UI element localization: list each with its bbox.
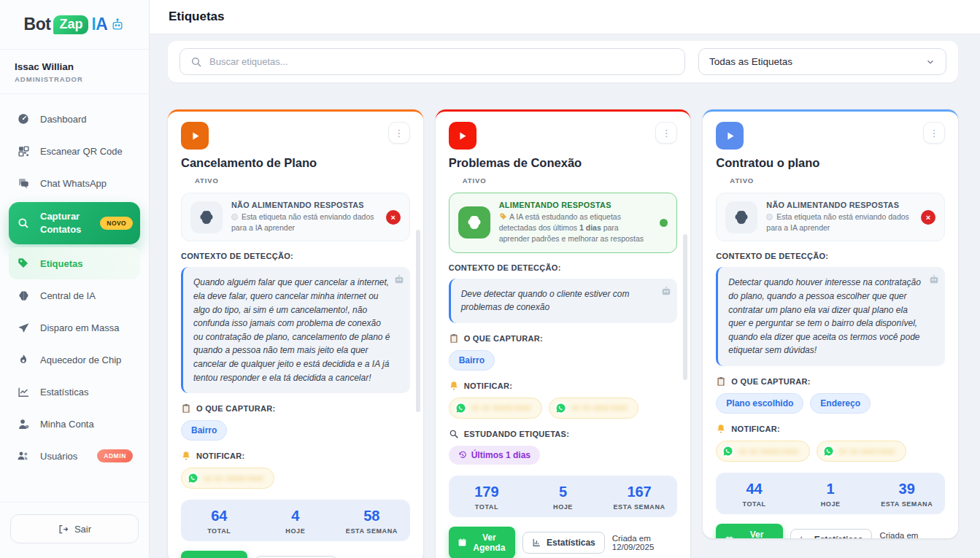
notify-heading: NOTIFICAR: (449, 381, 678, 391)
label-filter-select[interactable]: Todas as Etiquetas (698, 48, 946, 75)
capture-search-icon (16, 217, 31, 230)
view-agenda-button[interactable]: Ver Agenda (449, 527, 515, 558)
sidebar-item-etiquetas[interactable]: Etiquetas (9, 247, 140, 279)
logout-section: Sair (0, 502, 149, 558)
logout-button[interactable]: Sair (10, 514, 139, 543)
sidebar-item-label: Chat WhatsApp (40, 178, 107, 189)
stat-today-value: 1 (792, 481, 869, 497)
detection-context: Quando alguém falar que quer cancelar a … (181, 267, 410, 393)
user-gear-icon (16, 418, 31, 430)
stats-box: 44TOTAL 1HOJE 39ESTA SEMANA (716, 473, 945, 514)
card-scrollbar[interactable] (683, 234, 687, 380)
card-title: Cancelamento de Plano (181, 156, 410, 170)
capture-pill: Bairro (449, 350, 495, 371)
stat-total-value: 44 (716, 481, 792, 497)
sidebar-item-dashboard[interactable]: Dashboard (9, 103, 140, 135)
users-icon (16, 449, 31, 462)
feeding-active-dot-icon (660, 219, 668, 227)
top-bar: Etiquetas (150, 0, 980, 34)
brain-icon (190, 201, 223, 233)
ai-status-box: NÃO ALIMENTANDO RESPOSTAS Esta etiqueta … (181, 193, 410, 241)
calendar-icon (725, 535, 734, 539)
sidebar-item-escanear-qr[interactable]: Escanear QR Code (9, 135, 140, 167)
card-menu-button[interactable]: ⋮ (388, 122, 410, 144)
sidebar-item-label: Estatísticas (40, 387, 88, 398)
capture-pills: Bairro (449, 350, 678, 371)
brain-icon (16, 290, 31, 302)
capture-pills: Plano escolhido Endereço (716, 393, 945, 414)
logo-bot-text: Bot (24, 15, 51, 34)
logo-zap-text: Zap (53, 15, 88, 34)
label-card-problemas-conexao: ⋮ Problemas de Conexão ATIVO ALIMENTANDO… (436, 109, 691, 558)
bar-chart-icon (800, 535, 809, 539)
magnifier-icon (449, 429, 459, 439)
stat-total-label: TOTAL (716, 500, 792, 508)
card-title: Contratou o plano (716, 156, 945, 170)
view-agenda-button[interactable]: Ver Agenda (181, 551, 247, 558)
label-card-contratou-plano: ⋮ Contratou o plano ATIVO NÃO ALIMENTAND… (703, 109, 958, 538)
app-logo: Bot Zap IA (0, 0, 149, 50)
filter-selected-value: Todas as Etiquetas (709, 56, 792, 67)
status-badge: ATIVO (195, 177, 410, 185)
brain-icon (458, 206, 490, 239)
play-button[interactable] (181, 122, 209, 150)
sidebar-item-minha-conta[interactable]: Minha Conta (9, 408, 140, 440)
sidebar-item-disparo-em-massa[interactable]: Disparo em Massa (9, 311, 140, 344)
notify-pills: •• •• •••••-•••• •• •• ••••-•••• (449, 398, 678, 419)
whatsapp-icon (822, 445, 835, 457)
sidebar-item-usuarios[interactable]: Usuários ADMIN (9, 440, 140, 472)
sidebar: Bot Zap IA Issac Willian ADMINISTRADOR D… (0, 0, 150, 558)
sidebar-item-aquecedor-de-chip[interactable]: Aquecedor de Chip (9, 344, 140, 376)
chart-line-icon (16, 386, 31, 398)
admin-badge: ADMIN (97, 449, 133, 462)
bell-icon (449, 381, 459, 391)
created-date: Criada em 12/09/2025 (612, 534, 678, 551)
detection-context: Deve detectar quando o cliente estiver c… (449, 279, 678, 323)
page-title: Etiquetas (169, 9, 225, 24)
search-icon (190, 56, 202, 68)
notify-pills: •• •• •••••-•••• •• •• ••••-•••• (716, 441, 945, 462)
card-scrollbar[interactable] (416, 230, 420, 412)
not-feeding-x-icon: × (386, 210, 401, 225)
masked-phone-number: •• •• •••••-•••• (204, 473, 263, 484)
clipboard-icon (716, 376, 726, 387)
sidebar-item-estatisticas[interactable]: Estatísticas (9, 376, 140, 408)
label-card-cancelamento: ⋮ Cancelamento de Plano ATIVO NÃO ALIMEN… (168, 109, 423, 558)
user-block: Issac Willian ADMINISTRADOR (0, 50, 149, 94)
stat-week-value: 58 (333, 508, 410, 524)
history-icon (458, 451, 467, 460)
sidebar-item-capturar-contatos[interactable]: Capturar Contatos NOVO (9, 202, 140, 244)
whatsapp-icon (455, 402, 467, 414)
ai-status-desc: A IA está estudando as etiquetas detecta… (499, 212, 652, 245)
inactive-dot-icon (231, 214, 238, 220)
whatsapp-icon (555, 402, 567, 414)
stat-week-value: 39 (868, 481, 945, 497)
card-menu-button[interactable]: ⋮ (655, 122, 677, 144)
flame-icon (16, 354, 31, 365)
ai-status-title: ALIMENTANDO RESPOSTAS (499, 201, 652, 209)
dashboard-icon (16, 112, 31, 125)
sidebar-item-label: Escanear QR Code (40, 146, 123, 157)
search-input[interactable] (209, 56, 674, 67)
search-box[interactable] (180, 48, 685, 75)
sidebar-item-central-de-ia[interactable]: Central de IA (9, 279, 140, 311)
statistics-button[interactable]: Estatísticas (790, 529, 873, 538)
notify-contact-pill: •• •• ••••-•••• (817, 441, 906, 462)
stat-today-label: HOJE (525, 503, 601, 511)
ai-status-box: NÃO ALIMENTANDO RESPOSTAS Esta etiqueta … (716, 193, 945, 241)
stat-total-label: TOTAL (449, 503, 525, 511)
chevron-down-icon (925, 57, 935, 67)
capture-pills: Bairro (181, 420, 410, 441)
sidebar-item-chat-whatsapp[interactable]: Chat WhatsApp (9, 167, 140, 199)
label-cards-grid: ⋮ Cancelamento de Plano ATIVO NÃO ALIMEN… (168, 109, 958, 558)
stat-today-value: 5 (525, 484, 601, 500)
card-menu-button[interactable]: ⋮ (923, 122, 945, 144)
play-button[interactable] (716, 122, 744, 150)
stat-week-label: ESTA SEMANA (868, 500, 945, 508)
tag-emoji-icon (499, 212, 508, 221)
ai-status-desc: Esta etiqueta não está enviando dados pa… (766, 212, 912, 233)
statistics-button[interactable]: Estatísticas (522, 532, 605, 554)
view-agenda-button[interactable]: Ver Agenda (716, 524, 782, 538)
play-button[interactable] (449, 122, 477, 150)
capture-heading: O QUE CAPTURAR: (181, 403, 410, 414)
